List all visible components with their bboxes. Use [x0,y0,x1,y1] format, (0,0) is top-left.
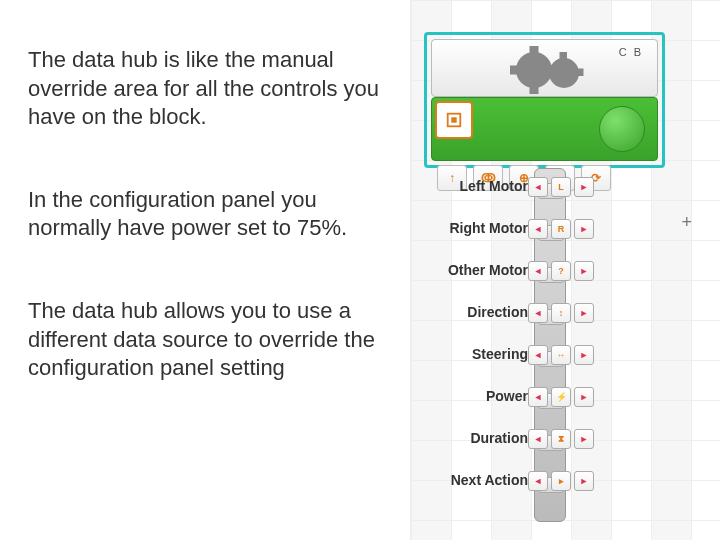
plug-icon: ► [574,177,594,197]
hub-label: Other Motor [410,262,528,278]
hub-port[interactable]: ◄▸► [528,470,614,492]
svg-rect-6 [560,52,568,60]
plug-icon: ► [574,429,594,449]
plug-icon: ⧗ [551,429,571,449]
hub-port[interactable]: ◄⚡► [528,386,614,408]
hub-port[interactable]: ◄⧗► [528,428,614,450]
plug-icon: ◄ [528,345,548,365]
plug-icon: ◄ [528,429,548,449]
plug-icon: ◄ [528,177,548,197]
svg-point-0 [516,52,552,88]
hub-label: Power [410,388,528,404]
paragraph-3: The data hub allows you to use a differe… [28,297,398,383]
hub-port[interactable]: ◄↕► [528,302,614,324]
hub-label: Left Motor [410,178,528,194]
plug-icon: ◄ [528,261,548,281]
plug-icon: ↔ [551,345,571,365]
plug-icon: ► [574,303,594,323]
paragraph-1: The data hub is like the manual override… [28,46,398,132]
svg-rect-2 [530,46,539,55]
block-grip-icon [435,101,473,139]
svg-rect-5 [549,66,558,75]
svg-rect-9 [451,117,456,122]
svg-rect-3 [530,85,539,94]
plug-icon: ◄ [528,219,548,239]
hub-label: Direction [410,304,528,320]
plug-icon: ↕ [551,303,571,323]
plug-icon: ► [574,219,594,239]
plug-icon: ◄ [528,303,548,323]
svg-rect-7 [576,69,584,77]
diagram-panel: C B ↑ↂ⊕∞⟳ + Left Motor◄ [410,0,720,540]
hub-port[interactable]: ◄L► [528,176,614,198]
svg-rect-4 [510,66,519,75]
paragraph-2: In the configuration panel you normally … [28,186,398,243]
plug-icon: ► [574,471,594,491]
plug-icon: ? [551,261,571,281]
plug-icon: ▸ [551,471,571,491]
crosshair-icon: + [681,212,692,233]
block-ports-label: C B [619,46,643,58]
hub-label: Steering [410,346,528,362]
plug-icon: ◄ [528,471,548,491]
plug-icon: ◄ [528,387,548,407]
plug-icon: ⚡ [551,387,571,407]
motor-circle-icon [599,106,645,152]
plug-icon: R [551,219,571,239]
hub-label: Right Motor [410,220,528,236]
plug-icon: L [551,177,571,197]
hub-label: Duration [410,430,528,446]
hub-port[interactable]: ◄?► [528,260,614,282]
hub-port[interactable]: ◄R► [528,218,614,240]
plug-icon: ► [574,387,594,407]
block-header: C B [431,39,658,97]
plug-icon: ► [574,345,594,365]
gears-icon [504,42,594,98]
move-block[interactable]: C B ↑ↂ⊕∞⟳ [424,32,665,168]
hub-label: Next Action [410,472,528,488]
hub-port[interactable]: ◄↔► [528,344,614,366]
plug-icon: ► [574,261,594,281]
